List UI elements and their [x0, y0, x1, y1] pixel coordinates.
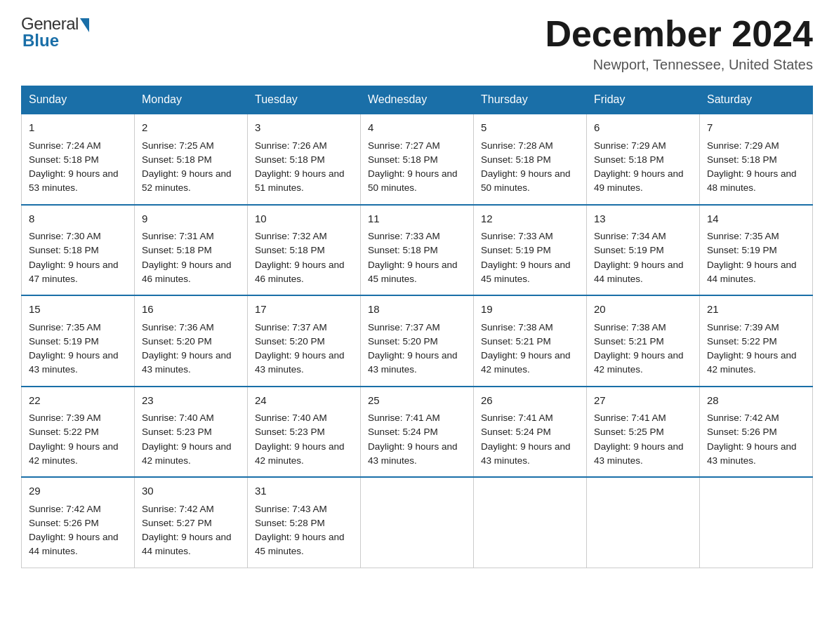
day-number: 17 [255, 302, 353, 318]
logo-arrow-icon [80, 18, 89, 32]
calendar-cell: 26 Sunrise: 7:41 AM Sunset: 5:24 PM Dayl… [474, 387, 587, 478]
calendar-cell: 5 Sunrise: 7:28 AM Sunset: 5:18 PM Dayli… [474, 114, 587, 205]
day-number: 16 [142, 302, 240, 318]
title-block: December 2024 Newport, Tennessee, United… [545, 14, 813, 73]
sunrise-info: Sunrise: 7:28 AM [481, 140, 553, 151]
calendar-cell: 21 Sunrise: 7:39 AM Sunset: 5:22 PM Dayl… [700, 295, 813, 387]
calendar-day-header: Saturday [700, 86, 813, 114]
sunrise-info: Sunrise: 7:36 AM [142, 322, 214, 333]
sunrise-info: Sunrise: 7:42 AM [29, 504, 101, 514]
sunset-info: Sunset: 5:21 PM [481, 336, 551, 347]
day-number: 9 [142, 211, 240, 227]
calendar-week-row: 29 Sunrise: 7:42 AM Sunset: 5:26 PM Dayl… [22, 477, 813, 568]
sunset-info: Sunset: 5:18 PM [368, 154, 438, 165]
sunset-info: Sunset: 5:19 PM [707, 245, 777, 255]
sunrise-info: Sunrise: 7:38 AM [481, 322, 553, 333]
sunset-info: Sunset: 5:18 PM [481, 154, 551, 165]
sunset-info: Sunset: 5:21 PM [594, 336, 664, 347]
calendar-cell: 1 Sunrise: 7:24 AM Sunset: 5:18 PM Dayli… [22, 114, 135, 205]
sunset-info: Sunset: 5:18 PM [29, 245, 99, 255]
daylight-info: Daylight: 9 hours and 43 minutes. [255, 350, 345, 375]
calendar-cell: 16 Sunrise: 7:36 AM Sunset: 5:20 PM Dayl… [135, 295, 248, 387]
calendar-cell: 19 Sunrise: 7:38 AM Sunset: 5:21 PM Dayl… [474, 295, 587, 387]
day-number: 6 [594, 120, 692, 136]
sunrise-info: Sunrise: 7:43 AM [255, 504, 327, 514]
daylight-info: Daylight: 9 hours and 44 minutes. [594, 260, 684, 284]
calendar-cell: 22 Sunrise: 7:39 AM Sunset: 5:22 PM Dayl… [22, 387, 135, 478]
daylight-info: Daylight: 9 hours and 50 minutes. [481, 168, 571, 193]
sunset-info: Sunset: 5:19 PM [594, 245, 664, 255]
sunset-info: Sunset: 5:18 PM [594, 154, 664, 165]
sunrise-info: Sunrise: 7:26 AM [255, 140, 327, 151]
sunset-info: Sunset: 5:19 PM [29, 336, 99, 347]
day-number: 18 [368, 302, 466, 318]
sunset-info: Sunset: 5:27 PM [142, 518, 212, 528]
daylight-info: Daylight: 9 hours and 42 minutes. [255, 441, 345, 466]
daylight-info: Daylight: 9 hours and 48 minutes. [707, 168, 797, 193]
day-number: 28 [707, 393, 805, 409]
sunrise-info: Sunrise: 7:24 AM [29, 140, 101, 151]
daylight-info: Daylight: 9 hours and 45 minutes. [481, 260, 571, 284]
sunrise-info: Sunrise: 7:35 AM [29, 322, 101, 333]
sunset-info: Sunset: 5:22 PM [29, 427, 99, 437]
daylight-info: Daylight: 9 hours and 47 minutes. [29, 260, 119, 284]
calendar-cell: 8 Sunrise: 7:30 AM Sunset: 5:18 PM Dayli… [22, 205, 135, 296]
day-number: 12 [481, 211, 579, 227]
page-title: December 2024 [545, 14, 813, 54]
calendar-week-row: 8 Sunrise: 7:30 AM Sunset: 5:18 PM Dayli… [22, 205, 813, 296]
calendar-cell: 12 Sunrise: 7:33 AM Sunset: 5:19 PM Dayl… [474, 205, 587, 296]
day-number: 8 [29, 211, 127, 227]
calendar-cell: 23 Sunrise: 7:40 AM Sunset: 5:23 PM Dayl… [135, 387, 248, 478]
calendar-cell: 15 Sunrise: 7:35 AM Sunset: 5:19 PM Dayl… [22, 295, 135, 387]
calendar-cell: 25 Sunrise: 7:41 AM Sunset: 5:24 PM Dayl… [361, 387, 474, 478]
day-number: 24 [255, 393, 353, 409]
daylight-info: Daylight: 9 hours and 43 minutes. [368, 441, 458, 466]
sunrise-info: Sunrise: 7:25 AM [142, 140, 214, 151]
calendar-cell: 29 Sunrise: 7:42 AM Sunset: 5:26 PM Dayl… [22, 477, 135, 568]
sunrise-info: Sunrise: 7:35 AM [707, 231, 779, 241]
daylight-info: Daylight: 9 hours and 42 minutes. [142, 441, 232, 466]
daylight-info: Daylight: 9 hours and 46 minutes. [255, 260, 345, 284]
daylight-info: Daylight: 9 hours and 43 minutes. [29, 350, 119, 375]
daylight-info: Daylight: 9 hours and 43 minutes. [481, 441, 571, 466]
sunset-info: Sunset: 5:20 PM [368, 336, 438, 347]
day-number: 27 [594, 393, 692, 409]
calendar-day-header: Tuesday [248, 86, 361, 114]
calendar-day-header: Monday [135, 86, 248, 114]
sunrise-info: Sunrise: 7:41 AM [481, 412, 553, 423]
sunrise-info: Sunrise: 7:29 AM [707, 140, 779, 151]
sunrise-info: Sunrise: 7:33 AM [368, 231, 440, 241]
day-number: 14 [707, 211, 805, 227]
calendar-cell [361, 477, 474, 568]
sunrise-info: Sunrise: 7:39 AM [707, 322, 779, 333]
sunset-info: Sunset: 5:26 PM [29, 518, 99, 528]
day-number: 1 [29, 120, 127, 136]
day-number: 13 [594, 211, 692, 227]
page-header: General Blue December 2024 Newport, Tenn… [21, 14, 813, 73]
sunrise-info: Sunrise: 7:41 AM [594, 412, 666, 423]
calendar-week-row: 15 Sunrise: 7:35 AM Sunset: 5:19 PM Dayl… [22, 295, 813, 387]
sunrise-info: Sunrise: 7:32 AM [255, 231, 327, 241]
day-number: 11 [368, 211, 466, 227]
day-number: 21 [707, 302, 805, 318]
calendar-cell: 2 Sunrise: 7:25 AM Sunset: 5:18 PM Dayli… [135, 114, 248, 205]
daylight-info: Daylight: 9 hours and 51 minutes. [255, 168, 345, 193]
daylight-info: Daylight: 9 hours and 42 minutes. [481, 350, 571, 375]
sunrise-info: Sunrise: 7:38 AM [594, 322, 666, 333]
sunset-info: Sunset: 5:23 PM [255, 427, 325, 437]
logo: General Blue [21, 14, 89, 51]
sunrise-info: Sunrise: 7:27 AM [368, 140, 440, 151]
sunset-info: Sunset: 5:18 PM [255, 245, 325, 255]
sunset-info: Sunset: 5:28 PM [255, 518, 325, 528]
sunset-info: Sunset: 5:19 PM [481, 245, 551, 255]
sunrise-info: Sunrise: 7:39 AM [29, 412, 101, 423]
sunset-info: Sunset: 5:26 PM [707, 427, 777, 437]
calendar-cell: 18 Sunrise: 7:37 AM Sunset: 5:20 PM Dayl… [361, 295, 474, 387]
daylight-info: Daylight: 9 hours and 44 minutes. [29, 532, 119, 556]
sunset-info: Sunset: 5:23 PM [142, 427, 212, 437]
day-number: 15 [29, 302, 127, 318]
day-number: 3 [255, 120, 353, 136]
calendar-cell: 31 Sunrise: 7:43 AM Sunset: 5:28 PM Dayl… [248, 477, 361, 568]
calendar-week-row: 22 Sunrise: 7:39 AM Sunset: 5:22 PM Dayl… [22, 387, 813, 478]
sunrise-info: Sunrise: 7:33 AM [481, 231, 553, 241]
